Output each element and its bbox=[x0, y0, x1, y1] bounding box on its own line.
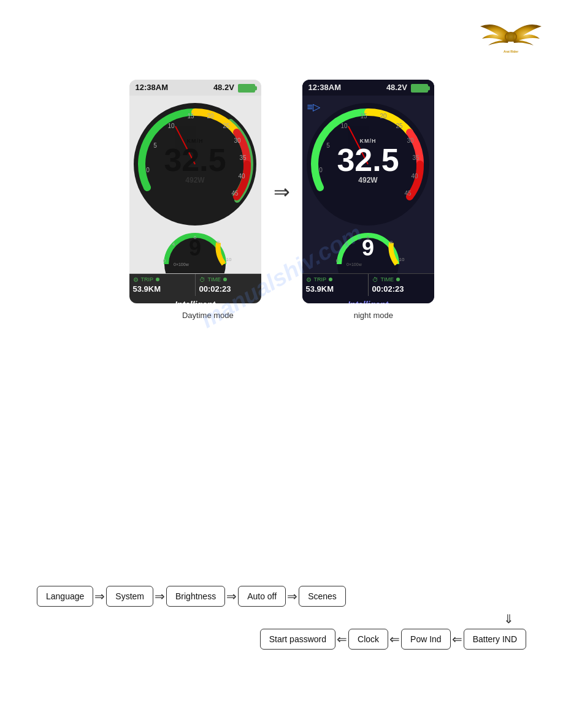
svg-text:8: 8 bbox=[389, 240, 393, 245]
night-trip-dot bbox=[329, 278, 332, 281]
night-voltage: 48.2V bbox=[386, 83, 407, 92]
svg-text:5: 5 bbox=[326, 142, 330, 149]
svg-text:0: 0 bbox=[335, 258, 339, 264]
svg-text:10: 10 bbox=[226, 257, 231, 262]
menu-item-auto-off[interactable]: Auto off bbox=[238, 586, 286, 607]
day-time-value: 00:02:23 bbox=[199, 284, 258, 294]
svg-text:15: 15 bbox=[187, 113, 194, 119]
mode-transition-arrow: ⇒ bbox=[274, 180, 290, 203]
night-bottom-number: 9 bbox=[362, 235, 374, 261]
night-info-bar: ⚙ TRIP 53.9KM ⏱ TIME 00:02:23 bbox=[302, 273, 434, 296]
menu-item-system[interactable]: System bbox=[106, 586, 153, 607]
svg-text:0: 0 bbox=[163, 258, 166, 264]
night-gauge-area: 0 5 10 15 20 25 30 35 40 45 KM/H 32.5 49… bbox=[302, 99, 434, 230]
svg-text:10: 10 bbox=[340, 123, 348, 129]
night-topbar: 12:38AM 48.2V bbox=[302, 80, 434, 96]
menu-item-clock[interactable]: Clock bbox=[348, 629, 388, 650]
svg-text:20: 20 bbox=[380, 113, 387, 119]
night-time-dot bbox=[396, 278, 400, 281]
svg-text:40: 40 bbox=[411, 173, 418, 180]
svg-text:0: 0 bbox=[319, 167, 323, 173]
night-intelligent-label: Intelligent bbox=[302, 296, 434, 303]
menu-item-language[interactable]: Language bbox=[37, 586, 93, 607]
day-time: 12:38AM bbox=[136, 83, 168, 92]
svg-text:30: 30 bbox=[407, 137, 414, 144]
day-trip-section: ⚙ TRIP 53.9KM bbox=[129, 274, 195, 296]
night-time-value: 00:02:23 bbox=[372, 284, 431, 294]
svg-text:4: 4 bbox=[172, 241, 175, 247]
daytime-mode-label: Daytime mode bbox=[182, 311, 234, 320]
menu-row-1: Language ⇒ System ⇒ Brightness ⇒ Auto of… bbox=[37, 586, 526, 607]
svg-text:8: 8 bbox=[216, 240, 220, 245]
svg-text:Arat Rider: Arat Rider bbox=[504, 50, 518, 53]
svg-text:35: 35 bbox=[239, 154, 247, 161]
day-gauge-center: KM/H 32.5 492W bbox=[164, 138, 226, 184]
day-time-section: ⏱ TIME 00:02:23 bbox=[196, 274, 261, 296]
svg-text:30: 30 bbox=[234, 137, 241, 144]
nightmode-label: night mode bbox=[354, 311, 393, 320]
daytime-display: 12:38AM 48.2V bbox=[129, 80, 261, 303]
night-battery-icon bbox=[411, 84, 428, 93]
arrow-left-2: ⇐ bbox=[389, 632, 400, 646]
arrow-left-3: ⇐ bbox=[452, 632, 462, 646]
svg-text:35: 35 bbox=[412, 154, 419, 161]
arrow-left-1: ⇐ bbox=[337, 632, 347, 646]
svg-text:45: 45 bbox=[231, 190, 239, 197]
day-bottom-number: 9 bbox=[189, 235, 201, 261]
svg-text:0: 0 bbox=[146, 167, 150, 173]
nightmode-display: 12:38AM 48.2V ≡▷ bbox=[302, 80, 434, 303]
night-speed-value: 32.5 bbox=[337, 144, 399, 176]
svg-text:10: 10 bbox=[167, 123, 175, 129]
svg-text:10: 10 bbox=[399, 257, 404, 262]
menu-item-start-password[interactable]: Start password bbox=[260, 629, 335, 650]
svg-text:25: 25 bbox=[396, 123, 403, 129]
day-time-label: TIME bbox=[208, 276, 221, 282]
arrow-1: ⇒ bbox=[94, 589, 105, 604]
day-trip-value: 53.9KM bbox=[133, 284, 191, 294]
night-trip-label: TRIP bbox=[314, 276, 327, 282]
menu-item-battery-ind[interactable]: Battery IND bbox=[464, 629, 526, 650]
svg-rect-1 bbox=[507, 33, 515, 42]
svg-text:0×100w: 0×100w bbox=[174, 262, 190, 267]
svg-text:4: 4 bbox=[345, 241, 348, 247]
night-time-section: ⏱ TIME 00:02:23 bbox=[369, 274, 434, 296]
svg-text:0×100w: 0×100w bbox=[347, 262, 362, 267]
day-time-dot bbox=[223, 278, 227, 281]
night-bottom-gauge: 0 4 6 8 10 0×100w 9 bbox=[302, 230, 434, 273]
logo: Arat Rider bbox=[477, 11, 545, 60]
arrow-2: ⇒ bbox=[155, 589, 165, 604]
main-content: 12:38AM 48.2V bbox=[0, 74, 563, 320]
svg-text:20: 20 bbox=[207, 113, 214, 119]
menu-item-scenes[interactable]: Scenes bbox=[299, 586, 346, 607]
day-gauge-area: 0 5 10 15 20 25 30 35 40 45 KM/H 32.5 49… bbox=[129, 99, 261, 230]
svg-text:15: 15 bbox=[360, 113, 367, 119]
arrow-4: ⇒ bbox=[287, 589, 297, 604]
night-trip-section: ⚙ TRIP 53.9KM bbox=[302, 274, 368, 296]
svg-text:25: 25 bbox=[223, 123, 230, 129]
day-info-bar: ⚙ TRIP 53.9KM ⏱ TIME 00:02:23 bbox=[129, 273, 261, 296]
svg-text:40: 40 bbox=[238, 173, 245, 180]
menu-flow: Language ⇒ System ⇒ Brightness ⇒ Auto of… bbox=[37, 586, 526, 654]
day-battery-icon bbox=[238, 84, 255, 93]
menu-down-arrow: ⇓ bbox=[37, 612, 526, 626]
day-intelligent-label: Intelligent bbox=[129, 296, 261, 303]
day-speed-value: 32.5 bbox=[164, 144, 226, 176]
day-voltage: 48.2V bbox=[213, 83, 234, 92]
day-trip-label: TRIP bbox=[141, 276, 154, 282]
menu-item-brightness[interactable]: Brightness bbox=[166, 586, 225, 607]
day-trip-dot bbox=[156, 278, 159, 281]
arrow-3: ⇒ bbox=[226, 589, 237, 604]
day-bottom-gauge: 0 4 6 8 10 0×100w 9 bbox=[129, 230, 261, 273]
night-time-label: TIME bbox=[381, 276, 394, 282]
menu-item-pow-ind[interactable]: Pow Ind bbox=[401, 629, 451, 650]
night-gauge-center: KM/H 32.5 492W bbox=[337, 138, 399, 184]
night-trip-value: 53.9KM bbox=[306, 284, 364, 294]
svg-text:5: 5 bbox=[153, 142, 157, 149]
mode-labels-row: Daytime mode night mode bbox=[104, 311, 459, 320]
day-topbar: 12:38AM 48.2V bbox=[129, 80, 261, 96]
menu-row-2: Start password ⇐ Clock ⇐ Pow Ind ⇐ Batte… bbox=[37, 629, 526, 650]
displays-row: 12:38AM 48.2V bbox=[129, 80, 434, 303]
night-time: 12:38AM bbox=[308, 83, 341, 92]
svg-text:45: 45 bbox=[404, 190, 412, 197]
